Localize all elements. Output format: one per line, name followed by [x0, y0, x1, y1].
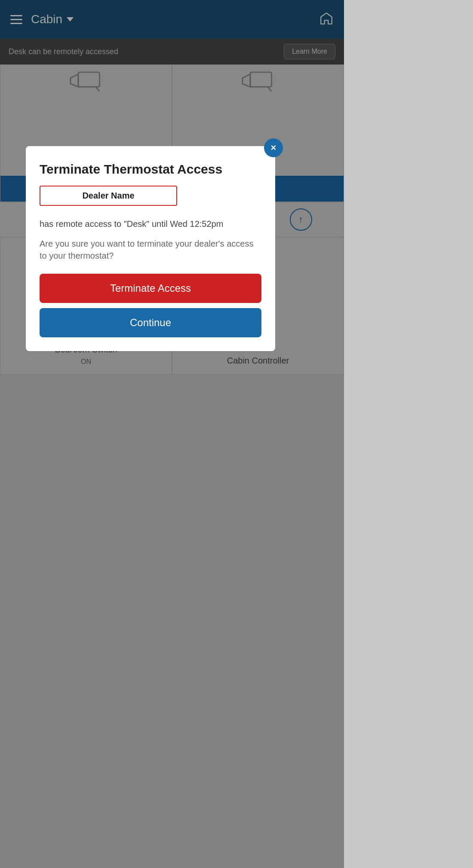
dealer-name-box: Dealer Name	[40, 186, 177, 206]
modal-confirm-text: Are you sure you want to terminate your …	[40, 238, 261, 262]
continue-button[interactable]: Continue	[40, 308, 261, 337]
modal-close-button[interactable]: ×	[264, 138, 283, 157]
modal-title: Terminate Thermostat Access	[40, 162, 261, 177]
modal-access-text: has remote access to "Desk" until Wed 12…	[40, 218, 261, 230]
terminate-access-button[interactable]: Terminate Access	[40, 274, 261, 303]
modal-overlay: × Terminate Thermostat Access Dealer Nam…	[0, 0, 344, 868]
terminate-access-modal: × Terminate Thermostat Access Dealer Nam…	[26, 146, 275, 351]
